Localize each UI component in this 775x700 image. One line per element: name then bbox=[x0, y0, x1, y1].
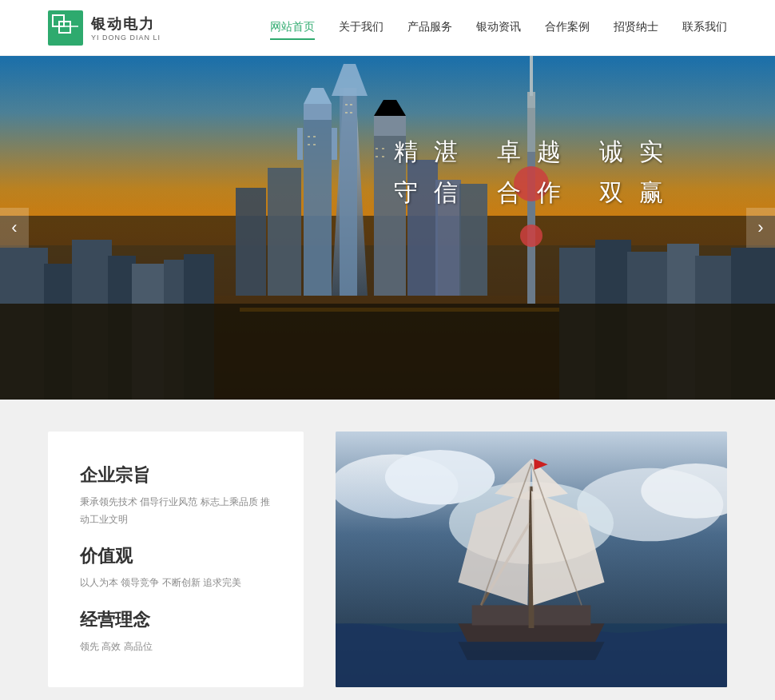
svg-rect-42 bbox=[0, 304, 775, 400]
svg-rect-31 bbox=[268, 168, 301, 296]
nav-home[interactable]: 网站首页 bbox=[270, 16, 315, 40]
svg-rect-49 bbox=[313, 136, 316, 137]
svg-rect-54 bbox=[376, 156, 378, 157]
logo-icon bbox=[48, 10, 83, 46]
mission-block: 企业宗旨 秉承领先技术 倡导行业风范 标志上乘品质 推动工业文明 bbox=[80, 463, 272, 528]
values-title: 价值观 bbox=[80, 544, 272, 568]
svg-rect-55 bbox=[382, 156, 384, 157]
svg-rect-46 bbox=[345, 112, 348, 113]
hero-prev-button[interactable]: ‹ bbox=[0, 208, 29, 248]
hero-text: 精湛 卓越 诚实 守信 合作 双赢 bbox=[394, 136, 679, 209]
svg-rect-44 bbox=[345, 104, 348, 105]
values-block: 价值观 以人为本 领导竞争 不断创新 追求完美 bbox=[80, 544, 272, 592]
svg-rect-47 bbox=[350, 112, 352, 113]
company-info-card: 企业宗旨 秉承领先技术 倡导行业风范 标志上乘品质 推动工业文明 价值观 以人为… bbox=[48, 432, 304, 687]
values-desc: 以人为本 领导竞争 不断创新 追求完美 bbox=[80, 575, 272, 592]
svg-rect-45 bbox=[350, 104, 352, 105]
svg-rect-48 bbox=[308, 136, 310, 137]
logo-text: 银动电力 YI DONG DIAN LI bbox=[91, 14, 161, 42]
svg-rect-43 bbox=[240, 308, 559, 312]
svg-rect-51 bbox=[313, 144, 316, 145]
svg-marker-26 bbox=[304, 104, 332, 120]
hero-text-line1: 精湛 卓越 诚实 bbox=[394, 136, 679, 169]
svg-rect-50 bbox=[308, 144, 310, 145]
svg-rect-34 bbox=[236, 188, 266, 296]
nav-cases[interactable]: 合作案例 bbox=[545, 16, 590, 40]
nav-news[interactable]: 银动资讯 bbox=[476, 16, 521, 40]
hero-banner: 精湛 卓越 诚实 守信 合作 双赢 ‹ › bbox=[0, 56, 775, 400]
main-nav: 网站首页 关于我们 产品服务 银动资讯 合作案例 招贤纳士 联系我们 bbox=[270, 16, 727, 40]
nav-contact[interactable]: 联系我们 bbox=[682, 16, 727, 40]
svg-rect-53 bbox=[382, 148, 384, 149]
svg-marker-29 bbox=[374, 116, 406, 136]
svg-rect-52 bbox=[376, 148, 378, 149]
city-illustration bbox=[0, 56, 775, 400]
hero-next-button[interactable]: › bbox=[746, 208, 775, 248]
philosophy-block: 经营理念 领先 高效 高品位 bbox=[80, 608, 272, 656]
svg-point-38 bbox=[520, 225, 542, 247]
mission-desc: 秉承领先技术 倡导行业风范 标志上乘品质 推动工业文明 bbox=[80, 494, 272, 528]
philosophy-title: 经营理念 bbox=[80, 608, 272, 632]
svg-marker-74 bbox=[458, 642, 604, 660]
hero-text-line2: 守信 合作 双赢 bbox=[394, 177, 679, 209]
site-header: 银动电力 YI DONG DIAN LI 网站首页 关于我们 产品服务 银动资讯… bbox=[0, 0, 775, 56]
svg-rect-23 bbox=[304, 120, 332, 296]
logo: 银动电力 YI DONG DIAN LI bbox=[48, 10, 192, 46]
philosophy-desc: 领先 高效 高品位 bbox=[80, 638, 272, 656]
nav-products[interactable]: 产品服务 bbox=[407, 16, 452, 40]
middle-section: 企业宗旨 秉承领先技术 倡导行业风范 标志上乘品质 推动工业文明 价值观 以人为… bbox=[0, 400, 775, 700]
svg-rect-21 bbox=[340, 88, 357, 296]
nav-recruit[interactable]: 招贤纳士 bbox=[614, 16, 658, 40]
svg-rect-24 bbox=[297, 128, 303, 160]
logo-en: YI DONG DIAN LI bbox=[91, 34, 161, 42]
mission-title: 企业宗旨 bbox=[80, 463, 272, 487]
ship-image bbox=[336, 432, 727, 687]
ship-illustration bbox=[336, 432, 727, 687]
logo-cn: 银动电力 bbox=[91, 14, 161, 34]
nav-about[interactable]: 关于我们 bbox=[339, 16, 384, 40]
svg-rect-25 bbox=[332, 128, 337, 160]
